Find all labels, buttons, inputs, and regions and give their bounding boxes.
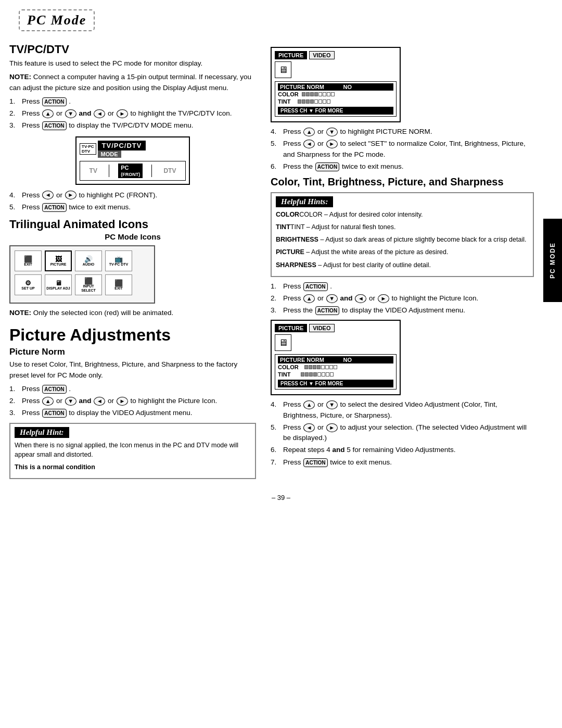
ct-step-6: 6. Repeat steps 4 and 5 for remaining Vi… <box>271 445 534 455</box>
pn-step-4: 4. Press ▲ or ▼ to highlight PICTURE NOR… <box>271 127 534 137</box>
right-column: PICTURE VIDEO 🖥 PICTURE NORM NO COLOR <box>265 43 543 483</box>
right-arrow-2: ► <box>65 191 76 199</box>
right-arrow-r1: ► <box>326 140 338 148</box>
picture-norm-menu-2: PICTURE NORM NO <box>278 356 393 363</box>
picture-icon-cell: 🖼 PICTURE <box>45 250 72 271</box>
hint-text-2: This is a normal condition <box>15 462 251 472</box>
mode-subtitle: MODE <box>98 150 121 158</box>
picture-norm-title: Picture Norm <box>9 347 256 357</box>
tvpc-label: TV·PCDTV <box>80 143 96 155</box>
picture-adj-title: Picture Adjustments <box>9 325 256 345</box>
ct-step-1: 1. Press ACTION . <box>271 281 534 292</box>
sharpness-hint: SHARPNESS – Adjust for best clarity of o… <box>276 260 529 270</box>
action-btn-4: ACTION <box>42 385 66 394</box>
picture-norm-screen-top: PICTURE VIDEO 🖥 PICTURE NORM NO COLOR <box>271 47 401 122</box>
exit-icon-cell-2: ⬛ EXIT <box>105 274 132 295</box>
up-arrow-r3: ▲ <box>303 400 315 409</box>
tvpcdtv-note: NOTE: Connect a computer having a 15-pin… <box>9 72 256 93</box>
trilingual-note: NOTE: Only the selected icon (red) will … <box>9 308 256 318</box>
left-arrow-r1: ◄ <box>303 140 315 148</box>
left-arrow-r3: ◄ <box>303 423 315 432</box>
hint-text-1: When there is no signal applied, the Ico… <box>15 441 251 459</box>
pc-mode-banner-text: PC Mode <box>27 12 86 28</box>
tint-hint: TINTTINT – Adjust for natural flesh tone… <box>276 222 529 232</box>
setup-icon-cell: ⚙ SET UP <box>15 274 42 295</box>
right-arrow-r3: ► <box>326 423 338 432</box>
dtv-option: DTV <box>161 166 178 175</box>
video-tab-1: VIDEO <box>309 51 334 59</box>
up-arrow-r1: ▲ <box>303 128 315 136</box>
pn-cont-steps: 4. Press ▲ or ▼ to highlight PICTURE NOR… <box>271 127 534 172</box>
page-number: – 39 – <box>0 494 562 501</box>
up-arrow-r2: ▲ <box>303 294 315 303</box>
icons-row-2: ⚙ SET UP 🖥 DISPLAY ADJ ⬛ INPUT SELECT <box>15 274 150 295</box>
mode-options: TV PC(FRONT) DTV <box>80 161 186 181</box>
two-column-layout: TV/PC/DTV This feature is used to select… <box>0 43 562 483</box>
left-arrow-r2: ◄ <box>355 294 366 303</box>
input-select-icon-cell: ⬛ INPUT SELECT <box>75 274 102 295</box>
tvpcdtv-steps-2: 4. Press ◄ or ► to highlight PC (FRONT).… <box>9 190 256 213</box>
ct-steps-2: 4. Press ▲ or ▼ to select the desired Vi… <box>271 399 534 468</box>
action-btn-r1: ACTION <box>315 162 339 171</box>
video-tab-2: VIDEO <box>309 324 334 332</box>
action-btn-1: ACTION <box>42 97 66 106</box>
action-btn-r3: ACTION <box>315 306 339 315</box>
left-column: TV/PC/DTV This feature is used to select… <box>0 43 265 483</box>
page-container: PC MODE PC Mode TV/PC/DTV This feature i… <box>0 0 562 728</box>
picture-tab-2: PICTURE <box>275 324 307 332</box>
action-btn-5: ACTION <box>42 409 66 418</box>
mode-title: TV/PC/DTV <box>98 141 146 150</box>
picture-norm-steps: 1. Press ACTION . 2. Press ▲ or ▼ and ◄ … <box>9 384 256 419</box>
right-arrow-3: ► <box>117 397 128 406</box>
right-arrow-1: ► <box>117 109 128 118</box>
trilingual-section: Trilingual Animated Icons PC Mode Icons … <box>9 218 256 318</box>
color-tint-section: Color, Tint, Brightness, Picture, and Sh… <box>271 176 534 468</box>
helpful-hint-box: Helpful Hint: When there is no signal ap… <box>9 423 256 479</box>
pn-step-6: 6. Press the ACTION twice to exit menus. <box>271 161 534 172</box>
action-btn-2: ACTION <box>42 121 66 130</box>
color-hint: COLORCOLOR – Adjust for desired color in… <box>276 210 529 219</box>
down-arrow-r1: ▼ <box>326 128 338 136</box>
step-1: 1. Press ACTION . <box>9 96 256 107</box>
helpful-hints-box: Helpful Hints: COLORCOLOR – Adjust for d… <box>271 192 534 277</box>
tvpc-icon-cell: 📺 TV·PC DTV <box>105 250 132 271</box>
tv-option: TV <box>87 166 100 175</box>
display-adj-icon-cell: 🖥 DISPLAY ADJ <box>45 274 72 295</box>
down-arrow-r3: ▼ <box>326 400 338 409</box>
press-bar-2: PRESS CH ▼ FOR MORE <box>278 380 393 387</box>
picture-adjustments-section: Picture Adjustments Picture Norm Use to … <box>9 325 256 479</box>
icons-grid: ⬛ EXIT 🖼 PICTURE 🔊 AUDIO 📺 <box>9 245 155 304</box>
side-tab: PC MODE <box>543 219 562 302</box>
icons-row-1: ⬛ EXIT 🖼 PICTURE 🔊 AUDIO 📺 <box>15 250 150 271</box>
tvpcdtv-mode-screen: TV·PCDTV TV/PC/DTV MODE TV PC(FRONT) DTV <box>75 136 190 185</box>
left-arrow-3: ◄ <box>94 397 105 406</box>
helpful-hint-title: Helpful Hint: <box>15 427 69 438</box>
brightness-hint: BRIGHTNESS – Adjust so dark areas of pic… <box>276 235 529 244</box>
pn-step-3: 3. Press ACTION to display the VIDEO Adj… <box>9 408 256 418</box>
ct-step-7: 7. Press ACTION twice to exit menus. <box>271 457 534 468</box>
action-btn-r2: ACTION <box>303 282 327 291</box>
left-arrow-1: ◄ <box>94 109 105 118</box>
note-text: Connect a computer having a 15-pin outpu… <box>9 73 251 91</box>
pc-front-option: PC(FRONT) <box>118 164 143 178</box>
tvpcdtv-section: TV/PC/DTV This feature is used to select… <box>9 43 256 212</box>
down-arrow-2: ▼ <box>65 397 76 406</box>
right-arrow-r2: ► <box>378 294 389 303</box>
picture-tab-1: PICTURE <box>275 51 307 59</box>
step-5: 5. Press ACTION twice to exit menus. <box>9 202 256 212</box>
picture-norm-section: Picture Norm Use to reset Color, Tint, B… <box>9 347 256 479</box>
pn-step-1: 1. Press ACTION . <box>9 384 256 394</box>
screen-icon-2: 🖥 <box>275 334 291 351</box>
trilingual-title: Trilingual Animated Icons <box>9 218 256 231</box>
exit-icon-cell: ⬛ EXIT <box>15 250 42 271</box>
action-btn-r4: ACTION <box>303 458 327 467</box>
pn-step-2: 2. Press ▲ or ▼ and ◄ or ► to highlight … <box>9 396 256 406</box>
ct-step-3: 3. Press the ACTION to display the VIDEO… <box>271 305 534 316</box>
down-arrow-r2: ▼ <box>326 294 338 303</box>
note-label: NOTE: <box>9 73 31 81</box>
press-bar-1: PRESS CH ▼ FOR MORE <box>278 107 393 115</box>
step-3: 3. Press ACTION to display the TV/PC/DTV… <box>9 120 256 131</box>
ct-step-2: 2. Press ▲ or ▼ and ◄ or ► to highlight … <box>271 293 534 304</box>
tint-menu: TINT <box>278 98 393 105</box>
action-btn-3: ACTION <box>42 203 66 212</box>
